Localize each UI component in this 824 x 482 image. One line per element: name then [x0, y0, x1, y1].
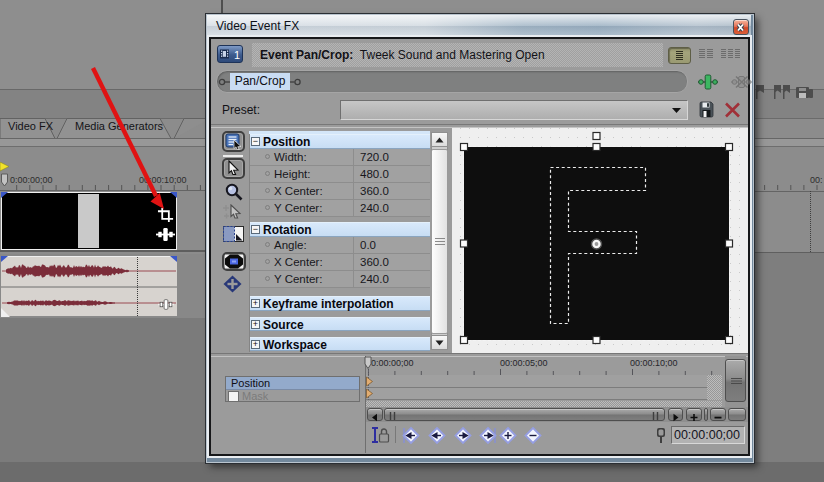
svg-text:1: 1 — [234, 49, 240, 61]
